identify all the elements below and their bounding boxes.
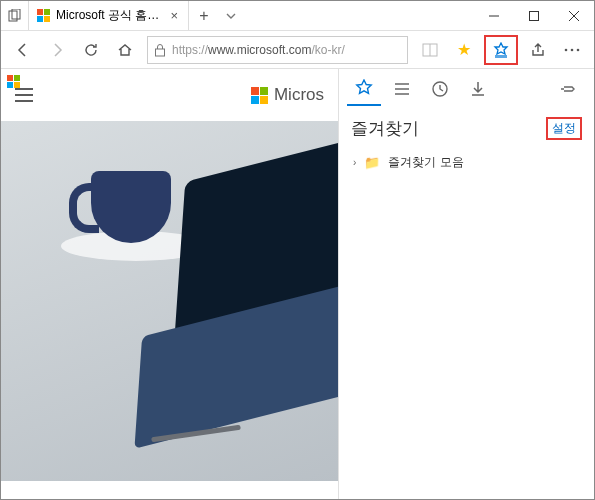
reading-view-button[interactable]: [414, 34, 446, 66]
svg-point-12: [571, 48, 574, 51]
hero-image: [1, 121, 338, 481]
folder-icon: 📁: [364, 155, 380, 170]
svg-point-11: [565, 48, 568, 51]
hub-tab-history[interactable]: [423, 72, 457, 106]
minimize-button[interactable]: [474, 1, 514, 30]
tab-close-button[interactable]: ×: [168, 8, 180, 23]
content-area: Micros: [1, 69, 594, 499]
favicon-icon: [37, 9, 50, 22]
webpage: Micros: [1, 69, 338, 499]
refresh-button[interactable]: [75, 34, 107, 66]
favorites-bar-folder[interactable]: › 📁 즐겨찾기 모음: [339, 150, 594, 175]
menu-button[interactable]: [15, 88, 35, 102]
svg-point-13: [577, 48, 580, 51]
tab-microsoft[interactable]: Microsoft 공식 홈페이지 ×: [29, 1, 189, 30]
back-button[interactable]: [7, 34, 39, 66]
url-text: https://www.microsoft.com/ko-kr/: [172, 43, 345, 57]
hub-title-row: 즐겨찾기 설정: [339, 109, 594, 150]
window-controls: [474, 1, 594, 30]
hub-tab-downloads[interactable]: [461, 72, 495, 106]
site-header: Micros: [1, 69, 338, 121]
hub-button[interactable]: [484, 35, 518, 65]
favorites-settings-link[interactable]: 설정: [546, 117, 582, 140]
new-tab-menu-button[interactable]: [219, 1, 243, 30]
hub-tab-favorites[interactable]: [347, 72, 381, 106]
titlebar: Microsoft 공식 홈페이지 × +: [1, 1, 594, 31]
svg-rect-3: [530, 11, 539, 20]
ms-logo-icon: [7, 75, 20, 88]
more-button[interactable]: [556, 34, 588, 66]
hub-title: 즐겨찾기: [351, 117, 419, 140]
maximize-button[interactable]: [514, 1, 554, 30]
share-button[interactable]: [522, 34, 554, 66]
forward-button[interactable]: [41, 34, 73, 66]
home-button[interactable]: [109, 34, 141, 66]
tab-title: Microsoft 공식 홈페이지: [56, 7, 162, 24]
site-logo[interactable]: Micros: [251, 85, 324, 105]
lock-icon: [154, 43, 166, 57]
tab-strip: Microsoft 공식 홈페이지 × +: [1, 1, 474, 30]
tabs-aside-button[interactable]: [1, 1, 29, 30]
new-tab-button[interactable]: +: [189, 1, 219, 30]
address-bar[interactable]: https://www.microsoft.com/ko-kr/: [147, 36, 408, 64]
hub-panel: 즐겨찾기 설정 › 📁 즐겨찾기 모음: [338, 69, 594, 499]
hub-tabs: [339, 69, 594, 109]
favorite-star-button[interactable]: ★: [448, 34, 480, 66]
hub-tab-reading-list[interactable]: [385, 72, 419, 106]
close-window-button[interactable]: [554, 1, 594, 30]
brand-text: Micros: [274, 85, 324, 105]
chevron-right-icon: ›: [353, 157, 356, 168]
svg-rect-6: [156, 49, 165, 56]
hub-pin-button[interactable]: [552, 72, 586, 106]
folder-label: 즐겨찾기 모음: [388, 154, 463, 171]
toolbar: https://www.microsoft.com/ko-kr/ ★: [1, 31, 594, 69]
